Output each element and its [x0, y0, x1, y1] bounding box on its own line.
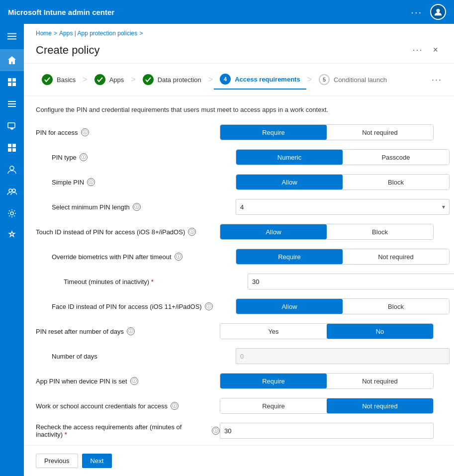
label-work-credentials: Work or school account credentials for a… [36, 402, 220, 410]
svg-rect-10 [8, 106, 16, 107]
svg-rect-1 [7, 33, 16, 34]
breadcrumb-home[interactable]: Home [36, 30, 52, 37]
info-work-credentials[interactable]: ⓘ [171, 402, 179, 410]
svg-point-20 [12, 189, 15, 192]
toggle-not-required-work-cred[interactable]: Not required [327, 398, 433, 413]
select-min-pin-length[interactable]: 4 ▾ [236, 199, 450, 215]
wizard-sep-3: > [207, 75, 214, 84]
toggle-passcode[interactable]: Passcode [343, 150, 449, 165]
input-number-of-days [236, 348, 450, 364]
control-touch-id: Allow Block [220, 224, 442, 240]
toggle-pin-type: Numeric Passcode [236, 149, 450, 165]
sidebar-item-groups[interactable] [0, 181, 24, 202]
toggle-override-biometrics: Require Not required [236, 249, 450, 265]
toggle-numeric[interactable]: Numeric [236, 150, 343, 165]
info-app-pin-device[interactable]: ⓘ [130, 377, 138, 385]
sidebar [0, 24, 24, 476]
toggle-block-face[interactable]: Block [343, 299, 449, 314]
toggle-pin-reset: Yes No [220, 323, 434, 339]
label-timeout: Timeout (minutes of inactivity) * [64, 278, 248, 286]
svg-point-21 [10, 212, 13, 215]
step-label-access-requirements: Access requirements [235, 76, 300, 83]
content-area: Home > Apps | App protection policies > … [24, 24, 454, 476]
step-label-conditional-launch: Conditional launch [334, 76, 387, 84]
toggle-pin-for-access: Require Not required [220, 124, 434, 140]
info-recheck-access[interactable]: ⓘ [212, 427, 220, 435]
label-pin-reset: PIN reset after number of days ⓘ [36, 327, 220, 335]
svg-rect-15 [12, 144, 16, 147]
control-recheck-access [220, 423, 442, 439]
toggle-not-required-pin[interactable]: Not required [327, 125, 433, 140]
control-work-credentials: Require Not required [220, 398, 442, 414]
label-pin-type: PIN type ⓘ [52, 153, 236, 161]
user-avatar[interactable] [430, 4, 446, 20]
control-pin-reset: Yes No [220, 323, 442, 339]
info-pin-reset[interactable]: ⓘ [127, 327, 135, 335]
info-simple-pin[interactable]: ⓘ [87, 178, 95, 186]
control-face-id: Allow Block [236, 298, 450, 314]
step-label-apps: Apps [109, 76, 124, 84]
sidebar-item-apps[interactable] [0, 137, 24, 159]
toggle-yes-pin-reset[interactable]: Yes [220, 324, 327, 339]
field-pin-for-access: PIN for access ⓘ Require Not required [36, 123, 442, 141]
breadcrumb-apps[interactable]: Apps | App protection policies [59, 30, 137, 37]
sidebar-item-home[interactable] [0, 49, 24, 71]
toggle-allow-touch[interactable]: Allow [220, 224, 327, 239]
toggle-require-biometrics[interactable]: Require [236, 249, 343, 264]
info-override-biometrics[interactable]: ⓘ [175, 253, 182, 261]
form-description: Configure the PIN and credential require… [36, 106, 442, 113]
input-timeout[interactable] [248, 274, 454, 289]
wizard-step-apps[interactable]: Apps [89, 70, 130, 89]
toggle-work-credentials: Require Not required [220, 398, 434, 414]
wizard-steps: Basics > Apps > Data protection > [24, 64, 454, 96]
svg-rect-11 [8, 123, 15, 128]
sidebar-item-devices[interactable] [0, 115, 24, 137]
input-recheck-access[interactable] [220, 423, 434, 439]
wizard-step-access-requirements[interactable]: 4 Access requirements [214, 70, 306, 90]
toggle-not-required-biometrics[interactable]: Not required [343, 249, 449, 264]
wizard-step-data-protection[interactable]: Data protection [137, 70, 207, 89]
wizard-more-button[interactable]: ··· [432, 75, 442, 85]
toggle-no-pin-reset[interactable]: No [327, 324, 433, 339]
sidebar-item-dashboard[interactable] [0, 71, 24, 93]
breadcrumb-sep-2: > [139, 30, 143, 37]
sidebar-toggle[interactable] [3, 28, 20, 47]
info-min-pin-length[interactable]: ⓘ [133, 203, 141, 211]
toggle-block-simple[interactable]: Block [343, 175, 449, 190]
sidebar-item-admin[interactable] [0, 224, 24, 246]
toggle-require-work-cred[interactable]: Require [220, 398, 327, 413]
toggle-block-touch[interactable]: Block [327, 224, 433, 239]
sidebar-item-settings[interactable] [0, 202, 24, 224]
wizard-step-conditional-launch[interactable]: 5 Conditional launch [313, 70, 393, 89]
svg-rect-4 [8, 78, 11, 82]
panel-title: Create policy [36, 44, 406, 57]
info-pin-for-access[interactable]: ⓘ [81, 128, 89, 136]
step-circle-data-protection [143, 74, 154, 85]
info-touch-id[interactable]: ⓘ [188, 228, 196, 236]
info-pin-type[interactable]: ⓘ [80, 153, 88, 161]
field-number-of-days: Number of days [36, 347, 442, 365]
panel-footer: Previous Next [24, 445, 454, 476]
next-button[interactable]: Next [82, 454, 112, 468]
panel-close-button[interactable]: × [429, 43, 442, 57]
wizard-step-basics[interactable]: Basics [36, 70, 82, 89]
toggle-not-required-app-pin[interactable]: Not required [327, 374, 433, 388]
control-timeout [248, 274, 454, 289]
step-circle-basics [42, 74, 53, 85]
previous-button[interactable]: Previous [36, 454, 78, 468]
toggle-allow-simple[interactable]: Allow [236, 175, 343, 190]
field-pin-reset: PIN reset after number of days ⓘ Yes No [36, 322, 442, 340]
sidebar-item-list[interactable] [0, 93, 24, 115]
control-number-of-days [236, 348, 450, 364]
toggle-require-pin[interactable]: Require [220, 125, 327, 140]
toggle-allow-face[interactable]: Allow [236, 299, 343, 314]
info-face-id[interactable]: ⓘ [205, 302, 213, 310]
topbar-more-button[interactable]: ··· [411, 6, 422, 18]
app-title: Microsoft Intune admin center [8, 8, 411, 16]
svg-point-18 [10, 166, 14, 170]
panel-more-button[interactable]: ··· [412, 45, 423, 55]
toggle-require-app-pin[interactable]: Require [220, 374, 327, 388]
svg-point-0 [436, 9, 440, 12]
sidebar-item-users[interactable] [0, 159, 24, 181]
field-simple-pin: Simple PIN ⓘ Allow Block [36, 173, 442, 191]
